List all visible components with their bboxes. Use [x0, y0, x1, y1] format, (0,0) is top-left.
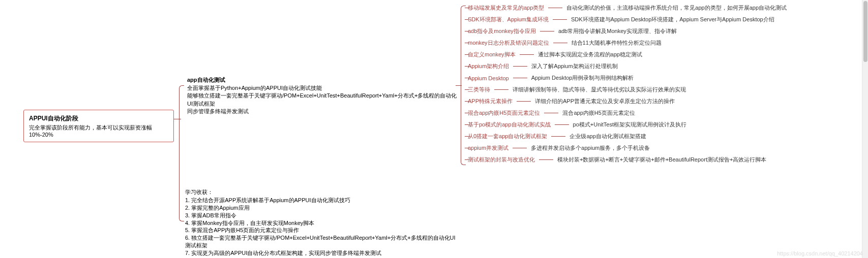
leaf-right-1: SDK环境搭建与Appium Desktop环境搭建，Appium Server… — [571, 16, 774, 23]
bracket-root — [179, 85, 184, 221]
leaf-right-13: 模块封装+数据驱动+断言+关键字驱动+邮件+BeautifulReport测试报… — [557, 156, 766, 164]
leaf-right-5: 深入了解Appium架构运行处理机制 — [531, 62, 617, 70]
leaf-left-4: 自定义monkey脚本 — [468, 51, 516, 58]
leaf-row-10[interactable]: 基于po模式的app自动化测试实战po模式+UnitTest框架实现测试用例设计… — [468, 119, 787, 131]
leaf-row-12[interactable]: appium并发测试多进程并发启动多个appium服务，多个手机设备 — [468, 142, 787, 154]
learn-item-0: 1. 完全结合开源APP系统讲解基于Appium的APPUI自动化测试技巧 — [185, 197, 460, 204]
leaf-row-13[interactable]: 测试框架的封装与改造优化模块封装+数据驱动+断言+关键字驱动+邮件+Beauti… — [468, 154, 787, 166]
mid-line-0: 全面掌握基于Python+Appium的APPUI自动化测试技能 — [187, 84, 458, 92]
leaf-row-11[interactable]: 从0搭建一套app自动化测试框架企业级app自动化测试框架搭建 — [468, 131, 787, 142]
leaf-row-9[interactable]: 混合app内嵌H5页面元素定位混合app内嵌H5页面元素定位 — [468, 107, 787, 119]
leaf-left-10: 基于po模式的app自动化测试实战 — [468, 121, 551, 128]
leaf-connector-8 — [517, 101, 531, 102]
leaves-container: 移动端发展史及常见的app类型自动化测试的价值，主流移动端操作系统介绍，常见ap… — [468, 2, 787, 166]
leaf-left-3: monkey日志分析及错误问题定位 — [468, 39, 549, 47]
leaf-stub-8 — [465, 101, 469, 102]
root-title: APPUI自动化阶段 — [29, 114, 168, 123]
mid-node[interactable]: app自动化测试 全面掌握基于Python+Appium的APPUI自动化测试技… — [185, 75, 460, 117]
root-subtitle: 完全掌握该阶段所有能力，基本可以实现薪资涨幅10%-20% — [29, 124, 168, 138]
leaf-row-3[interactable]: monkey日志分析及错误问题定位结合11大随机事件特性分析定位问题 — [468, 37, 787, 49]
leaf-stub-3 — [465, 43, 469, 43]
leaf-stub-11 — [465, 136, 469, 137]
scrollbar-thumb[interactable] — [863, 1, 867, 62]
leaf-right-8: 详细介绍的APP普通元素定位及安卓原生定位方法的操作 — [535, 98, 675, 105]
leaf-row-8[interactable]: APP特殊元素操作详细介绍的APP普通元素定位及安卓原生定位方法的操作 — [468, 95, 787, 107]
connector-mid — [456, 85, 462, 86]
learn-item-4: 5. 掌握混合APP内嵌H5页面的元素定位与操作 — [185, 227, 460, 234]
mid-line-2: 同步管理多终端并发测试 — [187, 108, 458, 115]
leaf-left-1: SDK环境部署、Appium集成环境 — [468, 16, 549, 23]
leaf-stub-0 — [465, 8, 469, 8]
leaf-connector-4 — [520, 54, 534, 55]
leaf-right-12: 多进程并发启动多个appium服务，多个手机设备 — [531, 144, 650, 152]
leaf-left-11: 从0搭建一套app自动化测试框架 — [468, 133, 547, 140]
leaf-left-12: appium并发测试 — [468, 144, 508, 152]
learn-item-6: 7. 实现更为高级的APPUI自动化分布式框架构建，实现同步管理多终端并发测试 — [185, 249, 460, 257]
leaf-connector-3 — [553, 43, 567, 43]
leaf-left-13: 测试框架的封装与改造优化 — [468, 156, 535, 164]
learn-item-5: 6. 独立搭建一套完整基于关键字驱动/POM+Excel+UnitTest+Be… — [185, 234, 460, 249]
leaf-stub-13 — [465, 159, 469, 160]
leaf-stub-7 — [465, 89, 469, 90]
leaf-connector-2 — [540, 31, 554, 31]
scrollbar-track[interactable] — [862, 0, 868, 258]
leaf-connector-13 — [539, 159, 553, 160]
leaf-left-6: Appium Desktop — [468, 75, 509, 81]
leaf-stub-9 — [465, 113, 469, 113]
leaf-right-6: Appium Desktop用例录制与用例结构解析 — [531, 74, 634, 82]
leaf-stub-6 — [465, 78, 469, 78]
watermark: https://blog.csdn.net/qq_40214204 — [777, 250, 863, 256]
leaf-right-11: 企业级app自动化测试框架搭建 — [570, 133, 646, 140]
leaf-row-4[interactable]: 自定义monkey脚本通过脚本实现固定业务流程的app稳定测试 — [468, 49, 787, 60]
learn-item-1: 2. 掌握完整的Appium应用 — [185, 204, 460, 212]
leaf-left-9: 混合app内嵌H5页面元素定位 — [468, 109, 540, 117]
root-node[interactable]: APPUI自动化阶段 完全掌握该阶段所有能力，基本可以实现薪资涨幅10%-20% — [23, 110, 174, 142]
leaf-row-0[interactable]: 移动端发展史及常见的app类型自动化测试的价值，主流移动端操作系统介绍，常见ap… — [468, 2, 787, 14]
leaf-right-7: 详细讲解强制等待、隐式等待、显式等待优劣以及实际运行效果的实现 — [513, 86, 686, 93]
leaf-stub-1 — [465, 19, 469, 20]
leaf-stub-4 — [465, 54, 469, 55]
learn-block: 学习收获： 1. 完全结合开源APP系统讲解基于Appium的APPUI自动化测… — [185, 188, 460, 257]
leaf-connector-9 — [544, 113, 558, 113]
leaf-stub-10 — [465, 124, 469, 125]
leaf-stub-2 — [465, 31, 469, 31]
mid-title: app自动化测试 — [187, 76, 458, 84]
leaf-right-9: 混合app内嵌H5页面元素定位 — [562, 109, 635, 117]
leaf-right-4: 通过脚本实现固定业务流程的app稳定测试 — [538, 51, 642, 58]
leaf-row-2[interactable]: adb指令及monkey指令应用adb常用指令讲解及Monkey实现原理、指令详… — [468, 25, 787, 37]
leaf-connector-10 — [555, 124, 569, 125]
leaf-stub-5 — [465, 66, 469, 67]
mid-line-1: 能够独立搭建一套完整基于关键字驱动/POM+Excel+UnitTest+Bea… — [187, 92, 458, 108]
leaf-left-5: Appium架构介绍 — [468, 62, 509, 70]
leaf-row-1[interactable]: SDK环境部署、Appium集成环境SDK环境搭建与Appium Desktop… — [468, 14, 787, 25]
leaf-right-0: 自动化测试的价值，主流移动端操作系统介绍，常见app的类型，如何开展app自动化… — [566, 4, 787, 12]
leaf-right-2: adb常用指令讲解及Monkey实现原理、指令详解 — [558, 27, 677, 35]
leaf-connector-12 — [513, 148, 527, 148]
leaf-stub-12 — [465, 148, 469, 148]
leaf-right-10: po模式+UnitTest框架实现测试用例设计及执行 — [573, 121, 686, 128]
leaf-connector-5 — [513, 66, 527, 67]
leaf-row-7[interactable]: 三类等待详细讲解强制等待、隐式等待、显式等待优劣以及实际运行效果的实现 — [468, 84, 787, 95]
leaf-connector-6 — [513, 78, 527, 78]
leaf-left-2: adb指令及monkey指令应用 — [468, 27, 536, 35]
leaf-left-8: APP特殊元素操作 — [468, 98, 513, 105]
leaf-row-6[interactable]: Appium DesktopAppium Desktop用例录制与用例结构解析 — [468, 72, 787, 84]
leaf-connector-1 — [553, 19, 567, 20]
leaf-connector-11 — [551, 136, 565, 137]
leaf-right-3: 结合11大随机事件特性分析定位问题 — [572, 39, 662, 47]
leaf-left-0: 移动端发展史及常见的app类型 — [468, 4, 544, 12]
leaf-left-7: 三类等待 — [468, 86, 490, 93]
leaf-connector-0 — [548, 8, 562, 8]
leaf-row-5[interactable]: Appium架构介绍深入了解Appium架构运行处理机制 — [468, 60, 787, 72]
learn-item-2: 3. 掌握ADB常用指令 — [185, 212, 460, 219]
learn-item-3: 4. 掌握Monkey指令应用，自主研发实现Monkey脚本 — [185, 219, 460, 227]
leaf-connector-7 — [494, 89, 508, 90]
learn-title: 学习收获： — [185, 188, 460, 196]
